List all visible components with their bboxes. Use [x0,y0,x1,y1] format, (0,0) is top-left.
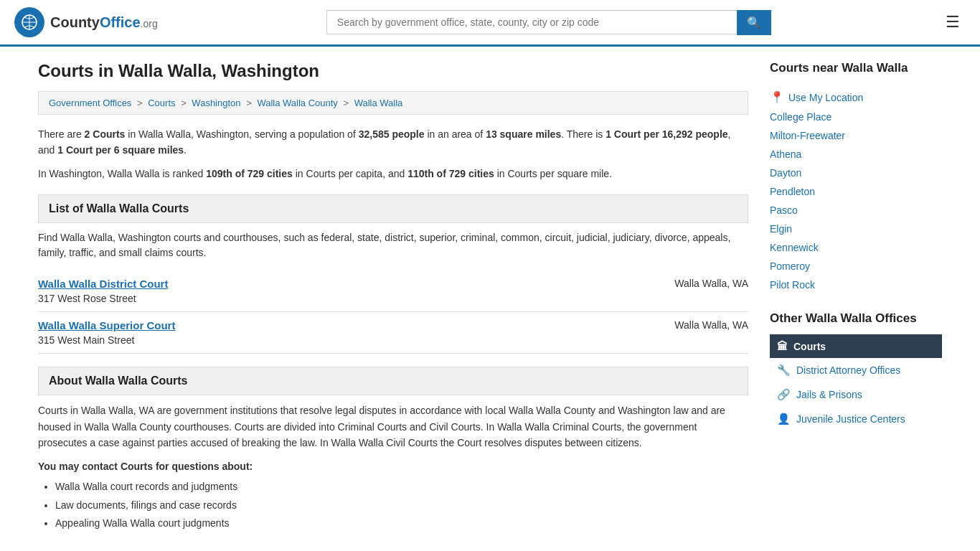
breadcrumb-item-govt-offices[interactable]: Government Offices [49,98,131,108]
contact-header: You may contact Courts for questions abo… [38,461,748,472]
page-title: Courts in Walla Walla, Washington [38,61,748,81]
nearby-city-link[interactable]: Dayton [770,164,942,182]
sidebar: Courts near Walla Walla 📍 Use My Locatio… [770,61,942,532]
office-label: Courts [793,341,826,352]
breadcrumb-item-courts[interactable]: Courts [148,98,175,108]
office-label: District Attorney Offices [796,364,900,376]
nearby-city-link[interactable]: Kennewick [770,238,942,257]
bullet-item: Walla Walla court records and judgments [55,478,748,496]
office-icon: 🔧 [777,364,791,377]
court-list-description: Find Walla Walla, Washington courts and … [38,230,748,260]
bullets-list: Walla Walla court records and judgmentsL… [55,478,748,532]
nearby-city-link[interactable]: Milton-Freewater [770,126,942,145]
office-label: Jails & Prisons [796,389,862,400]
other-offices-title: Other Walla Walla Offices [770,311,942,326]
description-1: There are 2 Courts in Walla Walla, Washi… [38,126,748,159]
office-item[interactable]: 🔧 District Attorney Offices [770,358,942,382]
search-icon: 🔍 [747,17,761,29]
search-area: 🔍 [326,10,771,35]
office-items-list: 🏛 Courts 🔧 District Attorney Offices 🔗 J… [770,334,942,431]
nearby-city-link[interactable]: Pasco [770,201,942,220]
court-name[interactable]: Walla Walla Superior Court [38,319,175,331]
bullet-item: Appealing Walla Walla court judgments [55,514,748,532]
office-item[interactable]: 🏛 Courts [770,334,942,358]
breadcrumb: Government Offices > Courts > Washington… [38,91,748,115]
nearby-city-link[interactable]: Pilot Rock [770,276,942,294]
search-button[interactable]: 🔍 [737,10,771,35]
other-offices-section: Other Walla Walla Offices 🏛 Courts 🔧 Dis… [770,311,942,431]
menu-button[interactable]: ☰ [940,10,966,34]
court-city: Walla Walla, WA [674,278,748,289]
nearby-city-link[interactable]: Pendleton [770,182,942,201]
office-item[interactable]: 🔗 Jails & Prisons [770,382,942,407]
list-section-header: List of Walla Walla Courts [38,194,748,223]
office-icon: 🔗 [777,388,791,401]
court-city: Walla Walla, WA [674,319,748,331]
office-item[interactable]: 👤 Juvenile Justice Centers [770,407,942,431]
header-right: ☰ [940,10,966,34]
logo-text: CountyOffice.org [50,14,158,31]
about-text: Courts in Walla Walla, WA are government… [38,402,748,451]
office-icon: 🏛 [777,340,788,352]
court-address: 315 West Main Street [38,334,175,346]
court-item: Walla Walla Superior Court 315 West Main… [38,312,748,354]
court-address: 317 West Rose Street [38,293,168,304]
nearby-city-link[interactable]: College Place [770,108,942,126]
bullet-item: Law documents, filings and case records [55,496,748,514]
office-icon: 👤 [777,413,791,425]
breadcrumb-item-walla-walla[interactable]: Walla Walla [354,98,403,108]
office-label: Juvenile Justice Centers [796,413,905,425]
about-section-header: About Walla Walla Courts [38,367,748,395]
breadcrumb-item-washington[interactable]: Washington [192,98,240,108]
main-container: Courts in Walla Walla, Washington Govern… [24,47,956,547]
court-name[interactable]: Walla Walla District Court [38,278,168,290]
logo: CountyOffice.org [14,7,158,37]
menu-icon: ☰ [946,13,960,31]
use-my-location-link[interactable]: 📍 Use My Location [770,87,942,108]
nearby-city-link[interactable]: Elgin [770,220,942,238]
description-2: In Washington, Walla Walla is ranked 109… [38,166,748,182]
content-area: Courts in Walla Walla, Washington Govern… [38,61,748,532]
breadcrumb-item-walla-walla-county[interactable]: Walla Walla County [257,98,337,108]
courts-list: Walla Walla District Court 317 West Rose… [38,270,748,354]
site-header: CountyOffice.org 🔍 ☰ [0,0,980,47]
nearby-city-link[interactable]: Pomeroy [770,257,942,276]
use-location-label: Use My Location [788,92,863,103]
location-pin-icon: 📍 [770,90,784,104]
nearby-city-link[interactable]: Athena [770,145,942,164]
sidebar-nearby-title: Courts near Walla Walla [770,61,942,78]
search-input[interactable] [326,10,737,34]
nearby-cities-list: College PlaceMilton-FreewaterAthenaDayto… [770,108,942,294]
logo-icon [14,7,44,37]
court-item: Walla Walla District Court 317 West Rose… [38,270,748,312]
